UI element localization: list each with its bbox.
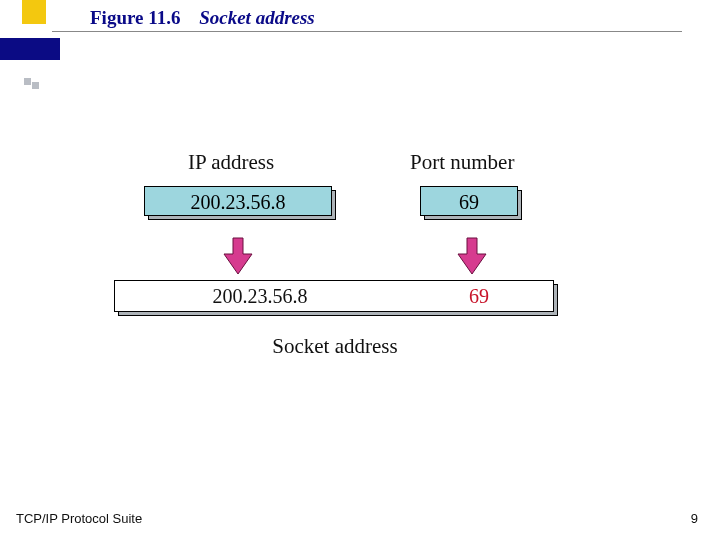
page-number: 9	[691, 511, 698, 526]
label-port-number: Port number	[410, 150, 514, 175]
deco-thin-line	[52, 31, 682, 32]
deco-small-square	[24, 78, 31, 85]
label-ip-address: IP address	[188, 150, 274, 175]
top-boxes-row: 200.23.56.8 69	[110, 184, 610, 234]
footer-text: TCP/IP Protocol Suite	[16, 511, 142, 526]
socket-address-box: 200.23.56.8 69	[114, 280, 554, 312]
socket-address-row: 200.23.56.8 69	[110, 278, 610, 328]
deco-small-square	[32, 82, 39, 89]
slide-footer: TCP/IP Protocol Suite 9	[16, 511, 698, 526]
figure-title: Figure 11.6 Socket address	[90, 7, 315, 29]
top-labels-row: IP address Port number	[110, 150, 610, 180]
port-number-box: 69	[420, 186, 518, 216]
label-socket-address: Socket address	[110, 334, 560, 359]
figure-number: Figure 11.6	[90, 7, 180, 28]
arrows-row	[110, 234, 610, 278]
deco-yellow-block	[22, 0, 46, 24]
figure-caption: Socket address	[199, 7, 315, 28]
socket-port-value: 69	[405, 285, 553, 308]
deco-blue-bar	[0, 38, 60, 60]
arrow-down-icon	[456, 236, 488, 278]
ip-address-box: 200.23.56.8	[144, 186, 332, 216]
arrow-down-icon	[222, 236, 254, 278]
socket-diagram: IP address Port number 200.23.56.8 69 20…	[110, 150, 610, 359]
socket-ip-value: 200.23.56.8	[115, 285, 405, 308]
